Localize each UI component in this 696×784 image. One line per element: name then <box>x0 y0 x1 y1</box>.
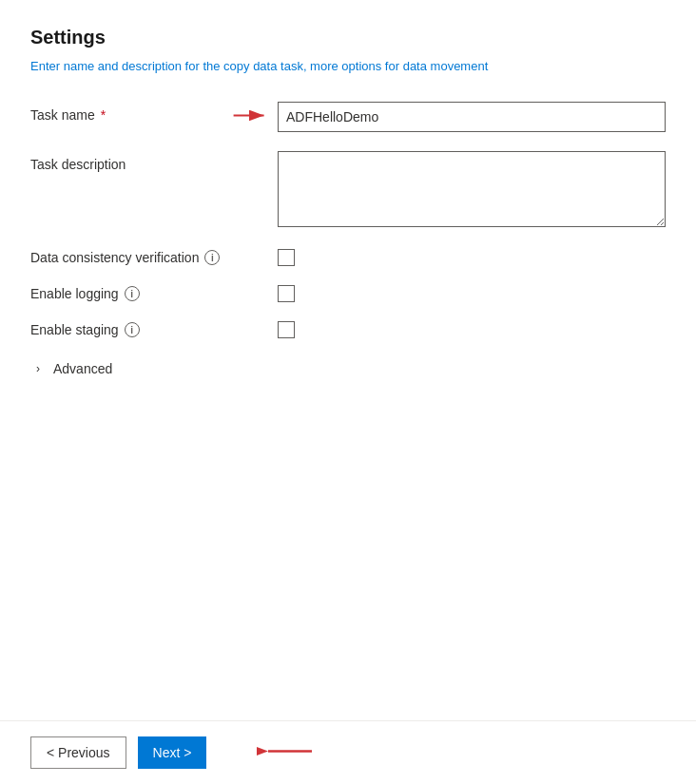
page-subtitle: Enter name and description for the copy … <box>30 58 666 75</box>
enable-logging-info-icon[interactable]: i <box>125 286 140 301</box>
enable-logging-checkbox-wrapper <box>278 285 295 302</box>
enable-logging-row: Enable logging i <box>30 285 666 302</box>
task-description-label: Task description <box>30 151 278 172</box>
task-name-input[interactable] <box>278 102 666 132</box>
enable-staging-checkbox-wrapper <box>278 321 295 338</box>
previous-button[interactable]: < Previous <box>30 736 126 769</box>
data-consistency-checkbox-wrapper <box>278 249 295 266</box>
task-name-wrapper <box>278 102 666 132</box>
footer: < Previous Next > <box>0 721 696 784</box>
task-name-row: Task name * <box>30 102 666 132</box>
data-consistency-info-icon[interactable]: i <box>204 250 220 265</box>
enable-staging-label: Enable staging i <box>30 322 278 337</box>
required-indicator: * <box>101 107 106 123</box>
next-arrow-indicator <box>257 741 314 765</box>
page-title: Settings <box>30 27 666 48</box>
arrow-indicator <box>232 106 270 128</box>
task-description-textarea[interactable] <box>278 151 666 227</box>
task-description-wrapper <box>278 151 666 230</box>
enable-staging-info-icon[interactable]: i <box>125 322 140 337</box>
advanced-chevron-icon: › <box>30 361 46 376</box>
data-consistency-label: Data consistency verification i <box>30 250 278 265</box>
enable-logging-label: Enable logging i <box>30 286 278 301</box>
task-description-row: Task description <box>30 151 666 230</box>
advanced-section[interactable]: › Advanced <box>30 357 666 380</box>
enable-staging-checkbox[interactable] <box>278 321 295 338</box>
data-consistency-row: Data consistency verification i <box>30 249 666 266</box>
data-consistency-checkbox[interactable] <box>278 249 295 266</box>
advanced-label: Advanced <box>53 361 112 376</box>
next-button[interactable]: Next > <box>138 736 207 769</box>
enable-staging-row: Enable staging i <box>30 321 666 338</box>
enable-logging-checkbox[interactable] <box>278 285 295 302</box>
